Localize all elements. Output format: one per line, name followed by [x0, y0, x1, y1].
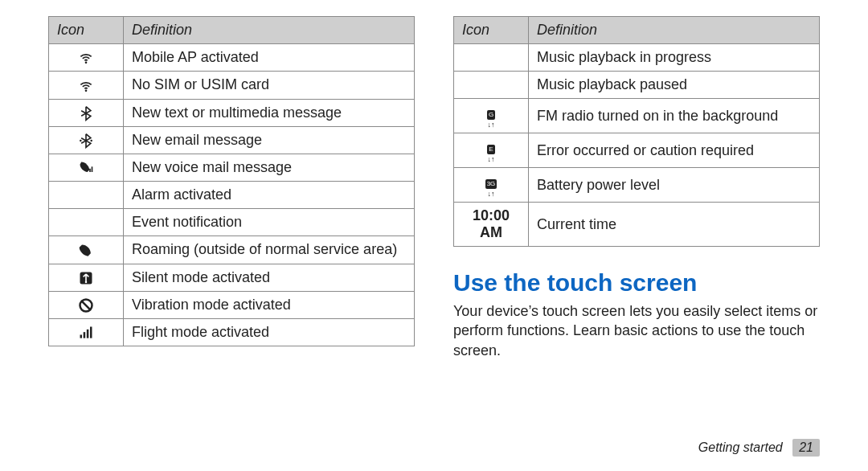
svg-rect-10: [80, 335, 83, 338]
right-table-header-definition: Definition: [529, 17, 820, 44]
g-data-icon: G↓↑: [454, 99, 529, 133]
table-row: Silent mode activated: [49, 264, 415, 291]
table-row: Event notification: [49, 209, 415, 236]
table-row: G↓↑ FM radio turned on in the background: [454, 99, 820, 133]
right-table-header-icon: Icon: [454, 17, 529, 44]
table-cell: New text or multimedia message: [124, 99, 415, 126]
wifi-dot-icon: [49, 72, 124, 99]
page-footer: Getting started 21: [698, 439, 820, 457]
handset-bars-icon: [49, 154, 124, 182]
table-cell: Roaming (outside of normal service area): [124, 236, 415, 264]
left-table-header-icon: Icon: [49, 17, 124, 44]
bluetooth-active-icon: [49, 126, 124, 154]
table-cell: FM radio turned on in the background: [529, 99, 820, 133]
svg-rect-5: [92, 167, 93, 173]
table-row: Vibration mode activated: [49, 291, 415, 318]
table-cell: Flight mode activated: [124, 319, 415, 346]
table-row: 3G↓↑ Battery power level: [454, 168, 820, 203]
time-icon: 10:00 AM: [454, 203, 529, 247]
left-column: Icon Definition Mobile AP activated: [48, 16, 415, 346]
page: Icon Definition Mobile AP activated: [0, 0, 868, 471]
blank-icon: [49, 209, 124, 236]
table-row: Music playback paused: [454, 72, 820, 99]
table-row: E↓↑ Error occurred or caution required: [454, 133, 820, 168]
table-cell: No SIM or USIM card: [124, 72, 415, 99]
footer-page-number: 21: [792, 439, 820, 457]
table-row: Mobile AP activated: [49, 44, 415, 72]
section-title: Use the touch screen: [453, 269, 820, 297]
table-cell: Current time: [529, 203, 820, 247]
right-column: Icon Definition Music playback in progre…: [453, 16, 820, 360]
svg-line-9: [81, 301, 91, 310]
table-row: 10:00 AM Current time: [454, 203, 820, 247]
svg-rect-12: [87, 330, 89, 338]
table-row: New text or multimedia message: [49, 99, 415, 126]
svg-rect-4: [89, 169, 91, 172]
svg-point-3: [90, 140, 92, 142]
two-column-layout: Icon Definition Mobile AP activated: [48, 16, 820, 360]
table-cell: New voice mail message: [124, 154, 415, 182]
table-row: New email message: [49, 126, 415, 154]
handset-icon: [49, 236, 124, 264]
table-cell: Music playback in progress: [529, 44, 820, 72]
blank-icon: [454, 44, 529, 72]
table-row: New voice mail message: [49, 154, 415, 182]
table-cell: Battery power level: [529, 168, 820, 203]
svg-rect-11: [84, 332, 86, 338]
table-cell: Event notification: [124, 209, 415, 236]
table-cell: Error occurred or caution required: [529, 133, 820, 168]
right-icon-table: Icon Definition Music playback in progre…: [453, 16, 820, 247]
signal-bars-icon: [49, 319, 124, 346]
3g-data-icon: 3G↓↑: [454, 168, 529, 203]
svg-point-2: [80, 140, 82, 142]
table-row: Flight mode activated: [49, 319, 415, 346]
table-cell: Mobile AP activated: [124, 44, 415, 72]
wifi-dot-icon: [49, 44, 124, 72]
section-body: Your device’s touch screen lets you easi…: [453, 301, 820, 360]
svg-rect-13: [90, 327, 92, 338]
table-row: Roaming (outside of normal service area): [49, 236, 415, 264]
svg-point-0: [85, 62, 88, 64]
table-cell: Music playback paused: [529, 72, 820, 99]
table-cell: Silent mode activated: [124, 264, 415, 291]
bluetooth-icon: [49, 99, 124, 126]
table-cell: Alarm activated: [124, 182, 415, 209]
prohibit-icon: [49, 291, 124, 318]
usb-badge-icon: [49, 264, 124, 291]
table-row: Music playback in progress: [454, 44, 820, 72]
table-cell: Vibration mode activated: [124, 291, 415, 318]
blank-icon: [454, 72, 529, 99]
table-row: No SIM or USIM card: [49, 72, 415, 99]
svg-point-1: [85, 89, 88, 92]
table-cell: New email message: [124, 126, 415, 154]
left-table-header-definition: Definition: [124, 17, 415, 44]
e-data-icon: E↓↑: [454, 133, 529, 168]
table-row: Alarm activated: [49, 182, 415, 209]
left-icon-table: Icon Definition Mobile AP activated: [48, 16, 415, 346]
blank-icon: [49, 182, 124, 209]
footer-section-name: Getting started: [698, 440, 783, 454]
svg-point-7: [85, 281, 88, 284]
